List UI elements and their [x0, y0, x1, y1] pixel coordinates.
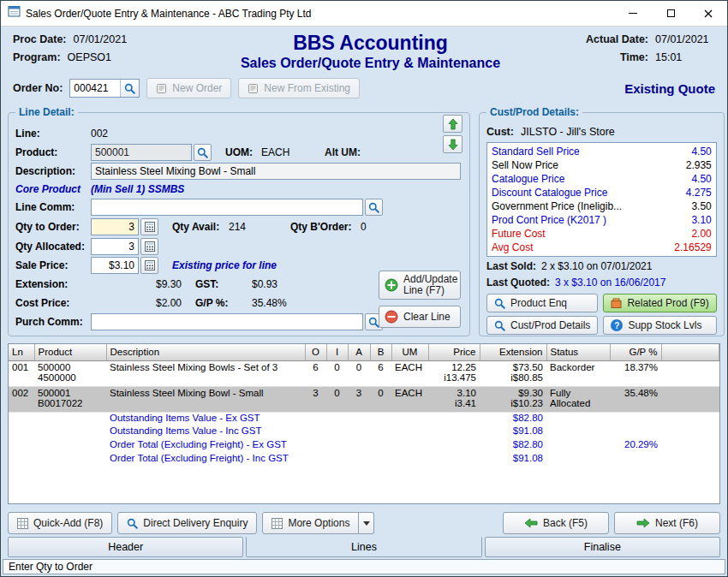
proc-date-value: 07/01/2021 — [74, 33, 128, 45]
header: Proc Date:07/01/2021 Program:OEPSO1 BBS … — [1, 27, 727, 76]
line-comm-lookup-button[interactable] — [365, 199, 383, 216]
more-options-dropdown-button[interactable] — [359, 512, 374, 534]
sale-price-input[interactable] — [91, 257, 139, 274]
price-label: Sell Now Price — [492, 159, 558, 171]
back-label: Back (F5) — [543, 517, 588, 529]
extension-value: $9.30 — [91, 278, 182, 290]
qty-allocated-label: Qty Allocated: — [15, 241, 91, 253]
price-label: Future Cost — [492, 228, 546, 240]
window-controls — [614, 1, 727, 26]
purch-comm-input[interactable] — [91, 313, 363, 330]
main-content: Line Detail: Line: 002 Product: UOM: EAC… — [1, 104, 727, 340]
table-header-row: Ln Product Description O I A B UM Price … — [9, 344, 719, 360]
price-list-item[interactable]: Government Price (Ineligib...3.50 — [492, 199, 712, 213]
price-list-item[interactable]: Future Cost2.00 — [492, 227, 712, 241]
new-order-icon — [156, 83, 167, 94]
new-order-label: New Order — [172, 82, 222, 94]
calculator-icon — [145, 222, 155, 232]
qty-to-order-input[interactable] — [91, 218, 139, 235]
qty-to-order-calc-button[interactable] — [140, 218, 158, 235]
description-label: Description: — [15, 165, 91, 177]
minimize-icon — [629, 13, 637, 14]
add-update-line-button[interactable]: Add/Update Line (F7) — [379, 271, 461, 300]
price-list-item[interactable]: Catalogue Price4.50 — [492, 172, 712, 186]
core-product-flag: Core Product — [15, 183, 91, 195]
app-title: BBS Accounting — [184, 32, 557, 54]
table-row-selected[interactable]: 002 500001B0017022 Stainless Steel Mixin… — [9, 386, 719, 412]
cust-prod-buttons: Product Enq Related Prod (F9) Cust/Prod … — [486, 294, 717, 335]
product-enq-button[interactable]: Product Enq — [486, 294, 598, 312]
line-actions: Add/Update Line (F7) Clear Line — [379, 271, 461, 328]
last-sold-value: 2 x $3.10 on 07/01/2021 — [541, 260, 652, 272]
back-button[interactable]: Back (F5) — [503, 512, 609, 534]
new-order-button[interactable]: New Order — [146, 78, 231, 98]
table-row[interactable]: 001 5000004500000 Stainless Steel Mixing… — [9, 360, 719, 386]
price-list-item[interactable]: Standard Sell Price4.50 — [492, 145, 712, 158]
price-value: 4.50 — [691, 146, 711, 158]
next-button[interactable]: Next (F6) — [614, 512, 720, 534]
price-list-item[interactable]: Avg Cost2.16529 — [492, 241, 712, 254]
sale-price-calc-button[interactable] — [140, 257, 158, 274]
qty-allocated-input[interactable] — [91, 238, 139, 255]
line-detail-title: Line Detail: — [15, 106, 78, 118]
maximize-icon — [667, 9, 675, 17]
arrow-left-icon — [524, 518, 538, 528]
related-products-icon — [611, 298, 622, 309]
price-list-item[interactable]: Sell Now Price2.935 — [492, 158, 712, 172]
col-status: Status — [546, 344, 610, 360]
col-i: I — [326, 344, 348, 360]
existing-price-note: Existing price for line — [172, 259, 277, 271]
order-no-input[interactable] — [70, 80, 120, 97]
lines-table: Ln Product Description O I A B UM Price … — [8, 343, 720, 504]
direct-delivery-button[interactable]: Direct Delivery Enquiry — [117, 512, 257, 534]
related-prod-button[interactable]: Related Prod (F9) — [603, 294, 716, 312]
line-up-button[interactable] — [443, 115, 462, 133]
line-detail-group: Line Detail: Line: 002 Product: UOM: EAC… — [8, 112, 470, 336]
product-lookup-button[interactable] — [194, 144, 212, 161]
tab-finalise[interactable]: Finalise — [485, 537, 720, 557]
price-list-item[interactable]: Discount Catalogue Price4.275 — [492, 186, 712, 199]
maximize-button[interactable] — [652, 1, 689, 26]
product-input[interactable] — [91, 144, 192, 161]
price-label: Catalogue Price — [492, 173, 564, 185]
more-options-label: More Options — [288, 517, 349, 529]
qty-allocated-calc-button[interactable] — [140, 238, 158, 255]
close-button[interactable] — [689, 1, 727, 26]
order-no-lookup-button[interactable] — [120, 80, 139, 97]
quick-add-button[interactable]: Quick-Add (F8) — [8, 512, 112, 534]
clear-line-label: Clear Line — [403, 312, 451, 323]
qty-border-label: Qty B'Order: — [290, 221, 361, 233]
alt-um-label: Alt UM: — [325, 146, 361, 158]
description-input[interactable] — [91, 163, 461, 180]
summary-row: Outstanding Items Value - Inc GST $91.08 — [9, 425, 719, 439]
grid-icon — [17, 518, 28, 529]
last-quoted-value: 3 x $3.10 on 16/06/2017 — [555, 277, 665, 288]
price-list-item[interactable]: Prod Cont Price (K2017 )3.10 — [492, 213, 712, 227]
line-comm-input[interactable] — [91, 199, 363, 216]
arrow-right-icon — [636, 518, 650, 528]
summary-row: Order Total (Excluding Freight) - Ex GST… — [9, 439, 719, 453]
col-product: Product — [34, 344, 106, 360]
tab-finalise-label: Finalise — [584, 541, 621, 553]
cust-prod-details-button[interactable]: Cust/Prod Details — [486, 316, 598, 335]
arrow-down-icon — [448, 139, 458, 151]
supp-stock-button[interactable]: ? Supp Stock Lvls — [603, 316, 716, 335]
more-options-button[interactable]: More Options — [262, 512, 359, 534]
col-extension: Extension — [480, 344, 546, 360]
minimize-button[interactable] — [614, 1, 652, 26]
line-down-button[interactable] — [443, 135, 462, 153]
close-icon — [704, 9, 713, 18]
price-label: Prod Cont Price (K2017 ) — [492, 214, 606, 226]
tab-lines[interactable]: Lines — [246, 537, 481, 557]
col-ln: Ln — [9, 344, 34, 360]
grid-icon — [272, 518, 283, 529]
clear-line-button[interactable]: Clear Line — [379, 306, 461, 328]
app-window: Sales Order/Quote Entry & Maintenance - … — [0, 0, 728, 577]
price-label: Avg Cost — [492, 241, 533, 253]
price-label: Government Price (Ineligib... — [492, 200, 622, 212]
new-from-existing-button[interactable]: New From Existing — [238, 78, 360, 98]
price-value: 4.275 — [686, 187, 712, 199]
tab-header[interactable]: Header — [8, 537, 243, 557]
col-gp: G/P % — [610, 344, 661, 360]
cust-label: Cust: — [486, 126, 514, 138]
